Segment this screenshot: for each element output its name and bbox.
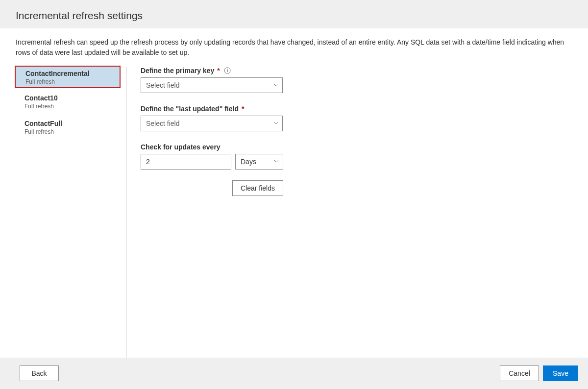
back-button[interactable]: Back xyxy=(20,365,59,381)
primary-key-group: Define the primary key * Select field xyxy=(141,67,572,93)
cancel-button[interactable]: Cancel xyxy=(500,365,539,381)
clear-fields-row: Clear fields xyxy=(141,180,283,196)
footer-right: Cancel Save xyxy=(500,365,578,381)
svg-point-1 xyxy=(227,69,228,70)
last-updated-group: Define the "last updated" field * Select… xyxy=(141,105,572,131)
label-text: Check for updates every xyxy=(141,143,220,151)
info-icon[interactable] xyxy=(224,67,231,74)
page-title: Incremental refresh settings xyxy=(16,10,572,22)
sidebar-item-contact10[interactable]: Contact10 Full refresh xyxy=(16,90,126,113)
check-updates-unit-select[interactable]: Days xyxy=(235,154,283,170)
select-display: Select field xyxy=(141,116,283,131)
sidebar-item-sub: Full refresh xyxy=(24,128,118,135)
svg-rect-2 xyxy=(227,70,227,72)
primary-key-label: Define the primary key * xyxy=(141,67,572,74)
sidebar-item-contactincremental[interactable]: ContactIncremental Full refresh xyxy=(15,66,121,88)
description-text: Incremental refresh can speed up the ref… xyxy=(16,37,572,58)
check-updates-group: Check for updates every Days Clear field… xyxy=(141,143,572,196)
check-updates-input[interactable] xyxy=(141,154,231,170)
sidebar-item-title: ContactIncremental xyxy=(25,70,112,77)
save-button[interactable]: Save xyxy=(543,365,578,381)
page-body: Incremental refresh can speed up the ref… xyxy=(0,28,588,358)
check-updates-label: Check for updates every xyxy=(141,143,572,151)
required-asterisk: * xyxy=(242,105,244,113)
last-updated-select[interactable]: Select field xyxy=(141,116,283,131)
sidebar-item-contactfull[interactable]: ContactFull Full refresh xyxy=(16,116,126,138)
select-display: Select field xyxy=(141,77,283,93)
primary-key-select[interactable]: Select field xyxy=(141,77,283,93)
sidebar-item-title: Contact10 xyxy=(24,94,118,102)
label-text: Define the "last updated" field xyxy=(141,105,239,113)
sidebar-item-sub: Full refresh xyxy=(24,103,118,110)
unit-display: Days xyxy=(235,154,283,170)
form-area: Define the primary key * Select field De… xyxy=(127,67,572,358)
label-text: Define the primary key xyxy=(141,67,214,74)
required-asterisk: * xyxy=(217,67,220,74)
entity-sidebar: ContactIncremental Full refresh Contact1… xyxy=(16,67,127,358)
sidebar-item-title: ContactFull xyxy=(24,120,118,127)
last-updated-label: Define the "last updated" field * xyxy=(141,105,572,113)
clear-fields-button[interactable]: Clear fields xyxy=(232,180,283,196)
sidebar-item-sub: Full refresh xyxy=(25,78,112,85)
check-updates-row: Days xyxy=(141,154,572,170)
content-area: ContactIncremental Full refresh Contact1… xyxy=(16,67,572,358)
page-header: Incremental refresh settings xyxy=(0,0,588,28)
footer-bar: Back Cancel Save xyxy=(0,358,588,389)
